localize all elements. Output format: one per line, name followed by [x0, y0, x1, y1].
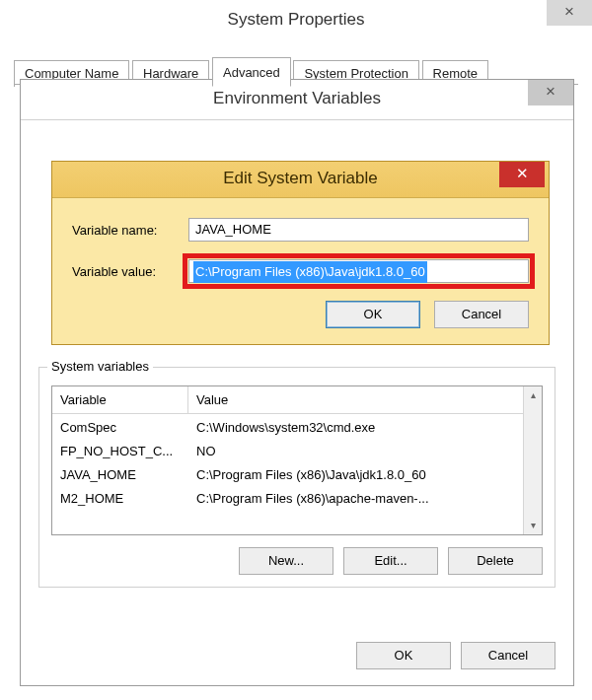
envvars-title: Environment Variables [21, 89, 573, 108]
table-row[interactable]: FP_NO_HOST_C... NO [52, 440, 542, 463]
variable-value-field[interactable]: C:\Program Files (x86)\Java\jdk1.8.0_60 [188, 259, 529, 283]
column-header-value[interactable]: Value [188, 386, 542, 414]
new-button[interactable]: New... [239, 547, 333, 575]
variable-value-label: Variable value: [72, 264, 188, 279]
ok-button[interactable]: OK [326, 301, 420, 328]
envvars-titlebar: Environment Variables × [21, 80, 573, 120]
table-row[interactable]: ComSpec C:\Windows\system32\cmd.exe [52, 416, 542, 440]
sysprops-titlebar: System Properties × [0, 0, 592, 41]
cancel-button[interactable]: Cancel [434, 301, 529, 328]
editdlg-titlebar: Edit System Variable ✕ [52, 162, 549, 198]
cancel-button[interactable]: Cancel [461, 642, 555, 669]
tab-advanced[interactable]: Advanced [212, 57, 291, 87]
system-variables-list[interactable]: Variable Value ComSpec C:\Windows\system… [51, 385, 543, 535]
delete-button[interactable]: Delete [448, 547, 543, 575]
close-icon[interactable]: ✕ [499, 162, 545, 187]
sysprops-title: System Properties [0, 10, 592, 30]
scrollbar[interactable]: ▴ ▾ [523, 386, 542, 534]
selected-text: C:\Program Files (x86)\Java\jdk1.8.0_60 [193, 261, 427, 283]
system-properties-window: System Properties × Computer Name Hardwa… [0, 0, 592, 85]
scroll-up-icon[interactable]: ▴ [524, 386, 542, 404]
edit-button[interactable]: Edit... [343, 547, 438, 575]
system-variables-label: System variables [47, 359, 153, 374]
column-header-variable[interactable]: Variable [52, 386, 188, 414]
close-icon[interactable]: × [528, 80, 573, 105]
edit-system-variable-dialog: Edit System Variable ✕ Variable name: Va… [51, 161, 550, 345]
table-row[interactable]: JAVA_HOME C:\Program Files (x86)\Java\jd… [52, 463, 542, 487]
close-icon[interactable]: × [547, 0, 592, 26]
variable-name-field[interactable] [188, 218, 529, 242]
system-variables-group: System variables Variable Value ComSpec … [38, 367, 555, 588]
variable-name-label: Variable name: [72, 223, 188, 238]
editdlg-title: Edit System Variable [52, 169, 549, 188]
table-row[interactable]: M2_HOME C:\Program Files (x86)\apache-ma… [52, 487, 542, 511]
ok-button[interactable]: OK [356, 642, 451, 669]
scroll-down-icon[interactable]: ▾ [524, 517, 542, 534]
